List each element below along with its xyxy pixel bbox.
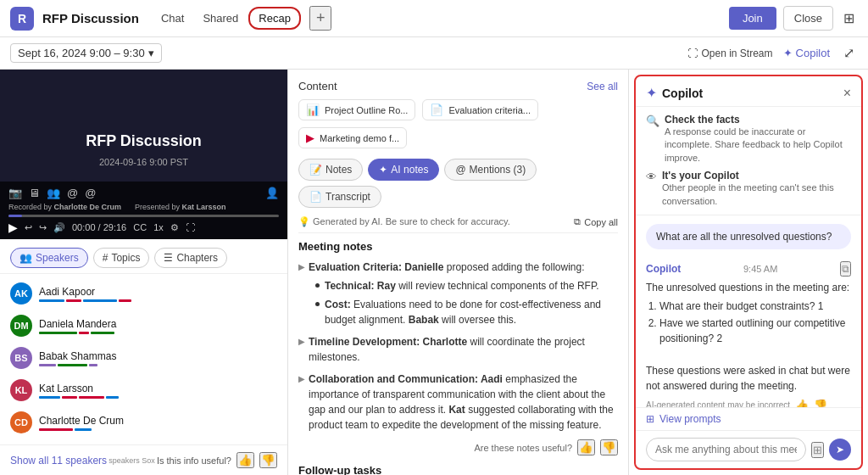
ai-notice-text: 💡 Generated by AI. Be sure to check for …: [298, 216, 510, 227]
share-icon: 👤: [265, 187, 279, 199]
tab-shared[interactable]: Shared: [194, 7, 247, 30]
speaker-bar-row: [39, 332, 116, 334]
note-item-collab: ▶ Collaboration and Communication: Aadi …: [298, 372, 618, 433]
file-chip-ppt[interactable]: 📊 Project Outline Ro...: [298, 99, 415, 120]
ai-light-icon: 💡: [298, 216, 310, 226]
notes-thumbs-down[interactable]: 👎: [600, 439, 618, 455]
speaker-bar: [39, 299, 64, 302]
thumbs-up-button[interactable]: 👍: [236, 452, 254, 468]
thumbs-down-copilot[interactable]: 👎: [814, 399, 827, 407]
left-panel: RFP Discussion 2024-09-16 9:00 PST 📷 🖥 👥…: [0, 70, 288, 475]
notice-title-facts: Check the facts: [665, 114, 851, 126]
list-item: What are their budget constraints? 1: [659, 299, 851, 314]
speaker-bar-row: [39, 364, 116, 366]
notes-tab[interactable]: 📝 Notes: [298, 159, 363, 181]
speaker-bar: [119, 299, 131, 302]
grid-icon: ⊞: [646, 413, 654, 425]
screen-icon: 🖥: [29, 187, 40, 199]
speaker-bar: [75, 428, 92, 431]
copy-all-button[interactable]: ⧉ Copy all: [574, 216, 618, 227]
video-progress-fill: [8, 215, 22, 217]
ai-notice: 💡 Generated by AI. Be sure to check for …: [298, 216, 618, 233]
speaker-bar: [39, 396, 60, 399]
expand-icon[interactable]: ⤢: [840, 42, 858, 64]
ai-sparkle-icon: ✦: [379, 164, 387, 176]
attach-icon[interactable]: ⊞: [811, 442, 824, 458]
header-tabs: Chat Shared Recap: [153, 7, 301, 30]
recorded-by-label: Recorded by Charlotte De Crum: [8, 203, 121, 211]
copilot-input-area: ⊞ ➤: [636, 430, 861, 468]
speaker-bar: [83, 299, 117, 302]
fullscreen-icon[interactable]: ⛶: [186, 222, 195, 232]
copilot-notices: 🔍 Check the facts A response could be in…: [636, 107, 861, 215]
thumbs-up-copilot[interactable]: 👍: [795, 399, 809, 407]
middle-panel: Content See all 📊 Project Outline Ro... …: [288, 70, 629, 475]
copilot-message-text: The unresolved questions in the meeting …: [646, 280, 851, 394]
open-in-stream-button[interactable]: ⛶ Open in Stream: [687, 48, 772, 59]
see-all-link[interactable]: See all: [587, 81, 618, 92]
date-selector[interactable]: Sept 16, 2024 9:00 – 9:30 ▾: [10, 43, 162, 63]
note-expand-evaluation[interactable]: ▶ Evaluation Criteria: Danielle proposed…: [298, 260, 618, 275]
copilot-button[interactable]: ✦ Copilot: [783, 47, 830, 59]
speaker-avatar: KL: [10, 379, 32, 401]
copilot-input[interactable]: [646, 438, 806, 461]
volume-icon[interactable]: 🔊: [53, 222, 65, 233]
speaker-bar-row: [39, 299, 131, 302]
unresolved-list: What are their budget constraints? 1 Hav…: [659, 299, 851, 346]
chapters-tab[interactable]: ☰ Chapters: [154, 248, 227, 268]
speaker-name: Kat Larsson: [39, 383, 119, 394]
speakers-tab[interactable]: 👥 Speakers: [10, 248, 88, 268]
speakers-sox-label: speakers Sox: [108, 456, 155, 465]
rewind-icon[interactable]: ↩: [25, 222, 32, 233]
search-icon: 🔍: [646, 115, 659, 127]
settings-icon[interactable]: ⚙: [170, 222, 179, 233]
note-item-timeline: ▶ Timeline Development: Charlotte will c…: [298, 334, 618, 365]
add-tab-button[interactable]: +: [309, 6, 332, 31]
main-content: RFP Discussion 2024-09-16 9:00 PST 📷 🖥 👥…: [0, 70, 868, 475]
notice-check-facts: 🔍 Check the facts A response could be in…: [646, 114, 851, 165]
ppt-icon: 📊: [306, 103, 320, 116]
view-prompts-link[interactable]: ⊞ View prompts: [636, 407, 861, 430]
video-icon-row: 📷 🖥 👥 @ @ 👤: [8, 187, 279, 199]
tab-recap[interactable]: Recap: [248, 7, 301, 30]
meeting-notes-title: Meeting notes: [298, 240, 618, 253]
note-item-evaluation: ▶ Evaluation Criteria: Danielle proposed…: [298, 260, 618, 327]
transcript-tab[interactable]: 📄 Transcript: [298, 186, 381, 208]
speaker-bar: [58, 364, 87, 366]
note-expand-timeline[interactable]: ▶ Timeline Development: Charlotte will c…: [298, 334, 618, 365]
join-button[interactable]: Join: [729, 7, 776, 30]
copilot-close-button[interactable]: ×: [843, 86, 851, 101]
mentions-tab[interactable]: @ Mentions (3): [444, 159, 537, 181]
topics-tab[interactable]: # Topics: [93, 248, 150, 268]
list-item: Have we started outlining our competitiv…: [659, 316, 851, 346]
speaker-item: CD Charlotte De Crum: [0, 406, 287, 439]
at-icon: @: [67, 187, 78, 199]
copy-response-button[interactable]: ⧉: [840, 261, 851, 277]
copilot-sender-label: Copilot: [646, 263, 681, 275]
ai-notes-tab[interactable]: ✦ AI notes: [368, 159, 439, 181]
send-button[interactable]: ➤: [829, 439, 851, 461]
notes-thumbs-up[interactable]: 👍: [577, 439, 595, 455]
video-progress-bar[interactable]: [8, 215, 279, 217]
copilot-message-time: 9:45 AM: [743, 264, 777, 274]
speaker-bar: [39, 364, 56, 366]
more-options-button[interactable]: ⊞: [840, 7, 858, 30]
copilot-response-body: Copilot 9:45 AM ⧉ The unresolved questio…: [636, 254, 861, 407]
close-button[interactable]: Close: [783, 6, 833, 31]
forward-icon[interactable]: ↪: [39, 222, 47, 233]
speaker-item: BS Babak Shammas: [0, 342, 287, 374]
speed-label[interactable]: 1x: [153, 222, 164, 232]
play-button[interactable]: ▶: [8, 221, 18, 234]
file-chip-word[interactable]: 📄 Evaluation criteria...: [422, 99, 538, 120]
speaker-bar: [79, 396, 104, 399]
bullet-dot: [315, 283, 320, 288]
thumbs-down-button[interactable]: 👎: [259, 452, 277, 468]
tab-chat[interactable]: Chat: [153, 7, 192, 30]
caption-icon[interactable]: CC: [133, 222, 147, 232]
note-expand-collab[interactable]: ▶ Collaboration and Communication: Aadi …: [298, 372, 618, 433]
notice-your-copilot: 👁 It's your Copilot Other people in the …: [646, 170, 851, 208]
show-all-speakers[interactable]: Show all 11 speakers: [10, 455, 107, 467]
speaker-name: Charlotte De Crum: [39, 415, 124, 427]
file-chip-vid[interactable]: ▶ Marketing demo f...: [298, 127, 407, 148]
content-label: Content: [298, 80, 337, 92]
